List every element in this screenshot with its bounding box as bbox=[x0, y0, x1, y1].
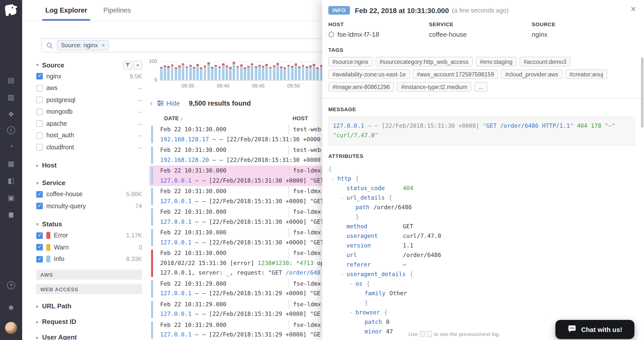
checkbox-postgresql[interactable] bbox=[36, 97, 43, 103]
histogram-bar[interactable] bbox=[255, 67, 257, 80]
histogram-bar[interactable] bbox=[160, 67, 163, 80]
monitors-icon[interactable]: ! bbox=[7, 126, 15, 134]
histogram-bar[interactable] bbox=[233, 62, 235, 80]
histogram-bar[interactable] bbox=[211, 67, 213, 80]
tag-pill[interactable]: #source:nginx bbox=[328, 57, 372, 66]
histogram-bar[interactable] bbox=[316, 67, 319, 80]
facet-section-aws[interactable]: AWS bbox=[36, 270, 142, 280]
column-header-host[interactable]: HOST bbox=[289, 115, 308, 121]
tag-pill[interactable]: ... bbox=[474, 82, 487, 92]
histogram-bar[interactable] bbox=[186, 66, 188, 80]
facet-item-nginx[interactable]: nginx9.5K bbox=[36, 70, 142, 82]
attribute-key[interactable]: version bbox=[346, 241, 403, 250]
tag-pill[interactable]: #sourcecategory:http_web_access bbox=[375, 57, 473, 66]
facet-header-status[interactable]: ▾ Status bbox=[36, 219, 142, 230]
attribute-key[interactable]: family bbox=[365, 290, 385, 297]
collapse-toggle[interactable]: - bbox=[340, 193, 346, 203]
attribute-key[interactable]: minor bbox=[365, 328, 382, 335]
histogram-bar[interactable] bbox=[204, 65, 206, 80]
log-row[interactable]: Feb 22 10:31:30.000fse-ldmx-127.0.0.1 – … bbox=[149, 227, 322, 248]
log-row[interactable]: Feb 22 10:31:30.000fse-ldmx-127.0.0.1 – … bbox=[149, 186, 322, 207]
tag-pill[interactable]: #aws_account:172597598159 bbox=[413, 69, 498, 79]
attribute-key[interactable]: useragent bbox=[346, 231, 403, 241]
tag-pill[interactable]: #image:ami-80861296 bbox=[328, 82, 394, 92]
tag-pill[interactable]: #env:staging bbox=[476, 57, 516, 66]
histogram-bar[interactable] bbox=[226, 65, 228, 80]
attribute-key[interactable]: method bbox=[346, 222, 403, 231]
metrics-icon[interactable]: ▨ bbox=[6, 92, 16, 102]
checkbox-nginx[interactable] bbox=[36, 73, 43, 80]
histogram-bar[interactable] bbox=[291, 66, 294, 80]
histogram-bar[interactable] bbox=[284, 67, 286, 80]
facet-item-Info[interactable]: Info8.33K bbox=[36, 253, 142, 265]
checkbox-mcnulty-query[interactable] bbox=[36, 203, 43, 209]
org-settings-icon[interactable]: ☻ bbox=[6, 302, 16, 312]
histogram-bar[interactable] bbox=[262, 66, 264, 80]
histogram-bar[interactable] bbox=[164, 65, 166, 80]
facet-item-aws[interactable]: aws– bbox=[36, 82, 142, 94]
facet-header-source[interactable]: ▾ Source × bbox=[36, 59, 142, 70]
histogram-bar[interactable] bbox=[196, 64, 199, 80]
histogram-bar[interactable] bbox=[207, 62, 210, 80]
collapse-toggle[interactable]: - bbox=[349, 279, 355, 289]
attribute-key[interactable]: patch bbox=[365, 318, 382, 325]
log-row[interactable]: Feb 22 10:31:30.000fse-ldmx-2018/02/22 1… bbox=[149, 248, 322, 278]
facet-item-mongodb[interactable]: mongodb– bbox=[36, 106, 142, 118]
tag-pill[interactable]: #account:demo3 bbox=[520, 57, 570, 66]
checkbox-aws[interactable] bbox=[36, 85, 43, 92]
log-row[interactable]: Feb 22 10:31:30.000test-web-192.168.128.… bbox=[149, 124, 322, 145]
facet-clear-button[interactable]: × bbox=[133, 61, 142, 69]
logs-icon[interactable]: ≣ bbox=[6, 210, 16, 220]
integrations-icon[interactable]: ▦ bbox=[6, 158, 16, 168]
facet-item-Error[interactable]: Error1.17K bbox=[36, 230, 142, 241]
facet-item-Warn[interactable]: Warn0 bbox=[36, 241, 142, 253]
checkbox-apache[interactable] bbox=[36, 120, 43, 127]
attribute-key[interactable]: referer bbox=[346, 260, 403, 270]
tag-pill[interactable]: #cloud_provider:aws bbox=[501, 69, 562, 79]
log-row[interactable]: Feb 22 10:31:30.000fse-ldmx-127.0.0.1 – … bbox=[149, 165, 322, 186]
search-bar[interactable]: Source: nginx × bbox=[41, 38, 343, 52]
column-header-date[interactable]: DATE ↓ bbox=[164, 115, 183, 121]
facet-item-coffee-house[interactable]: coffee-house5.86K bbox=[36, 188, 142, 200]
boards-icon[interactable]: ▤ bbox=[6, 75, 16, 85]
attribute-key[interactable]: status_code bbox=[346, 184, 403, 193]
log-row[interactable]: Feb 22 10:31:29.000fse-ldmx-127.0.0.1 – … bbox=[149, 278, 322, 299]
tag-pill[interactable]: #availability-zone:us-east-1e bbox=[328, 69, 410, 79]
attribute-key[interactable]: path bbox=[355, 204, 369, 211]
tag-pill[interactable]: #instance-type:t2.medium bbox=[397, 82, 471, 92]
tag-pill[interactable]: #creator:anuj bbox=[565, 69, 607, 79]
histogram-bar[interactable] bbox=[258, 65, 261, 80]
facet-item-apache[interactable]: apache– bbox=[36, 118, 142, 130]
infrastructure-icon[interactable]: ❖ bbox=[6, 109, 16, 119]
checkbox-mongodb[interactable] bbox=[36, 109, 43, 115]
facet-header-request-id[interactable]: ▸ Request ID bbox=[36, 318, 142, 325]
facet-item-cloudfront[interactable]: cloudfront– bbox=[36, 141, 142, 153]
remove-filter-icon[interactable]: × bbox=[101, 42, 105, 49]
facet-item-mcnulty-query[interactable]: mcnulty-query74 bbox=[36, 200, 142, 212]
histogram-bar[interactable] bbox=[215, 65, 217, 80]
histogram-bar[interactable] bbox=[313, 64, 315, 80]
histogram-bar[interactable] bbox=[167, 66, 170, 80]
attribute-key[interactable]: url bbox=[346, 250, 403, 260]
histogram-bar[interactable] bbox=[229, 67, 232, 80]
tab-pipelines[interactable]: Pipelines bbox=[95, 0, 139, 21]
histogram-bar[interactable] bbox=[306, 66, 308, 80]
histogram-bar[interactable] bbox=[240, 64, 243, 80]
facet-filter-button[interactable] bbox=[123, 61, 132, 69]
facet-header-service[interactable]: ▾ Service bbox=[36, 177, 142, 188]
histogram-bar[interactable] bbox=[189, 65, 192, 80]
collapse-toggle[interactable]: - bbox=[340, 270, 346, 279]
histogram-bar[interactable] bbox=[273, 65, 275, 80]
histogram-bar[interactable] bbox=[222, 64, 224, 80]
histogram-bar[interactable] bbox=[236, 66, 239, 80]
histogram-bar[interactable] bbox=[247, 66, 250, 80]
histogram-bar[interactable] bbox=[280, 66, 282, 80]
histogram-bar[interactable] bbox=[276, 63, 279, 80]
histogram-bar[interactable] bbox=[287, 65, 290, 80]
dashboards-icon[interactable]: ◔ bbox=[6, 141, 16, 151]
histogram-bar[interactable] bbox=[302, 65, 304, 80]
notebooks-icon[interactable]: ▣ bbox=[6, 193, 16, 203]
facet-header-host[interactable]: ▸ Host bbox=[36, 160, 142, 171]
collapse-toggle[interactable]: - bbox=[331, 174, 337, 184]
attribute-key[interactable]: os bbox=[355, 280, 363, 287]
